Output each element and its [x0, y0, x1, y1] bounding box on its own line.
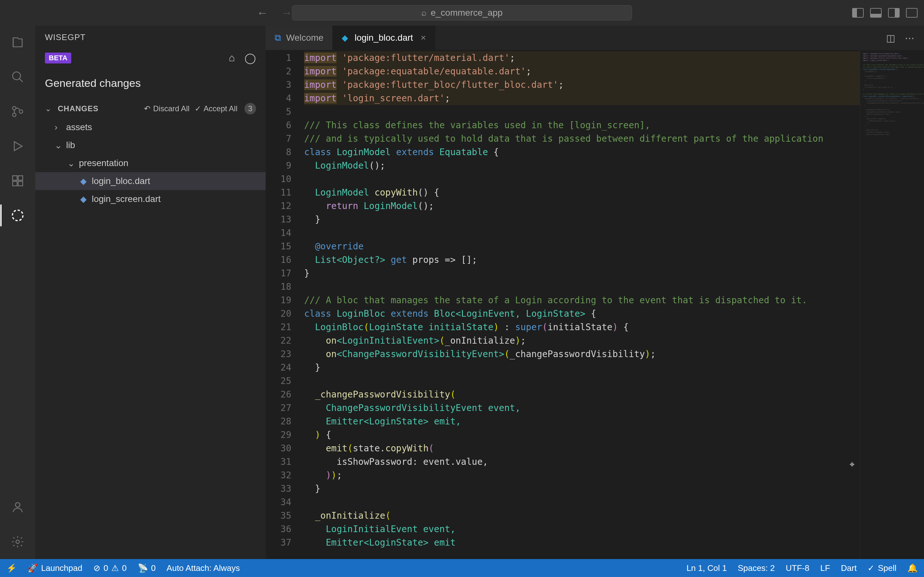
activity-bar — [0, 26, 35, 559]
tab-login-bloc[interactable]: ◆ login_bloc.dart × — [333, 26, 435, 50]
accept-all-button[interactable]: ✓ Accept All — [195, 104, 237, 113]
extensions-icon[interactable] — [10, 173, 25, 189]
svg-point-2 — [13, 113, 16, 117]
settings-gear-icon[interactable] — [10, 534, 25, 550]
eol-button[interactable]: LF — [821, 563, 830, 573]
indent-button[interactable]: Spaces: 2 — [738, 563, 775, 573]
chevron-down-icon[interactable]: ⌄ — [45, 104, 53, 113]
line-number-gutter: 1234567891011121314151617181920212223242… — [266, 50, 304, 559]
svg-point-9 — [15, 503, 20, 507]
tree-file-login-bloc[interactable]: ◆ login_bloc.dart — [35, 172, 266, 190]
nav-back-icon[interactable]: ← — [257, 6, 268, 19]
sidebar-panel: WISEGPT BETA ⌂ ◯ Generated changes ⌄ CHA… — [35, 26, 266, 559]
language-mode-button[interactable]: Dart — [841, 563, 857, 573]
chevron-down-icon: ⌄ — [67, 158, 75, 169]
svg-point-1 — [13, 106, 16, 110]
notifications-icon[interactable]: 🔔 — [907, 563, 918, 573]
dart-file-icon: ◆ — [342, 33, 348, 43]
minimap[interactable]: import 'package:flutter/material.dart'; … — [860, 50, 924, 559]
more-actions-icon[interactable]: ⋯ — [905, 32, 914, 44]
problems-button[interactable]: ⊘ 0 ⚠ 0 — [94, 563, 127, 573]
sidebar-extension-name: WISEGPT — [35, 26, 266, 49]
toggle-primary-sidebar-icon[interactable] — [852, 8, 864, 18]
svg-point-0 — [13, 72, 21, 80]
svg-rect-4 — [13, 176, 17, 180]
editor-area: ⧉ Welcome ◆ login_bloc.dart × ◫ ⋯ 123456… — [266, 26, 924, 559]
profile-icon[interactable]: ◯ — [244, 52, 256, 64]
tab-bar: ⧉ Welcome ◆ login_bloc.dart × ◫ ⋯ — [266, 26, 924, 50]
cursor-position[interactable]: Ln 1, Col 1 — [687, 563, 727, 573]
command-center[interactable]: ⌕ e_commerce_app — [292, 5, 632, 21]
search-icon: ⌕ — [421, 8, 427, 18]
tab-welcome[interactable]: ⧉ Welcome — [266, 26, 333, 50]
tree-folder-lib[interactable]: ⌄ lib — [35, 136, 266, 154]
auto-attach-button[interactable]: Auto Attach: Always — [166, 563, 240, 573]
svg-point-3 — [19, 110, 23, 113]
customize-layout-icon[interactable] — [906, 8, 918, 18]
changes-tree: › assets ⌄ lib ⌄ presentation ◆ login_bl… — [35, 118, 266, 208]
accounts-icon[interactable] — [10, 500, 25, 515]
wisegpt-extension-icon[interactable] — [10, 208, 25, 223]
title-bar: ← → ⌕ e_commerce_app — [0, 0, 924, 26]
remote-indicator[interactable]: ⚡ — [6, 563, 17, 573]
tree-file-login-screen[interactable]: ◆ login_screen.dart — [35, 190, 266, 208]
discard-all-button[interactable]: ↶ Discard All — [144, 104, 189, 113]
toggle-secondary-sidebar-icon[interactable] — [888, 8, 900, 18]
launchpad-button[interactable]: 🚀 Launchpad — [27, 563, 82, 573]
run-debug-icon[interactable] — [10, 139, 25, 154]
tree-folder-presentation[interactable]: ⌄ presentation — [35, 154, 266, 172]
svg-rect-6 — [18, 181, 23, 186]
explorer-icon[interactable] — [10, 35, 25, 50]
code-content[interactable]: import 'package:flutter/material.dart';i… — [304, 50, 924, 559]
change-count-badge: 3 — [244, 103, 256, 114]
chevron-right-icon: › — [55, 122, 62, 132]
ports-button[interactable]: 📡 0 — [137, 563, 156, 573]
encoding-button[interactable]: UTF-8 — [786, 563, 809, 573]
close-tab-icon[interactable]: × — [421, 33, 426, 43]
spell-check-button[interactable]: ✓ Spell — [867, 563, 897, 573]
mouse-cursor-icon: ⌖ — [850, 458, 855, 471]
svg-rect-5 — [13, 181, 17, 186]
toggle-panel-icon[interactable] — [870, 8, 882, 18]
dart-file-icon: ◆ — [80, 194, 87, 204]
source-control-icon[interactable] — [10, 104, 25, 119]
code-editor[interactable]: 1234567891011121314151617181920212223242… — [266, 50, 924, 559]
dart-file-icon: ◆ — [80, 176, 87, 186]
tree-folder-assets[interactable]: › assets — [35, 118, 266, 136]
generated-changes-title: Generated changes — [35, 71, 266, 99]
status-bar: ⚡ 🚀 Launchpad ⊘ 0 ⚠ 0 📡 0 Auto Attach: A… — [0, 559, 924, 577]
svg-point-8 — [13, 210, 23, 221]
chevron-down-icon: ⌄ — [55, 140, 62, 151]
nav-forward-icon[interactable]: → — [281, 6, 292, 19]
beta-badge: BETA — [45, 53, 71, 63]
vscode-icon: ⧉ — [275, 33, 281, 43]
changes-label: CHANGES — [58, 104, 99, 113]
search-text: e_commerce_app — [431, 8, 502, 18]
split-editor-icon[interactable]: ◫ — [886, 32, 895, 44]
home-icon[interactable]: ⌂ — [229, 52, 235, 64]
svg-point-10 — [16, 540, 19, 544]
search-icon[interactable] — [10, 69, 25, 85]
svg-rect-7 — [18, 176, 23, 180]
